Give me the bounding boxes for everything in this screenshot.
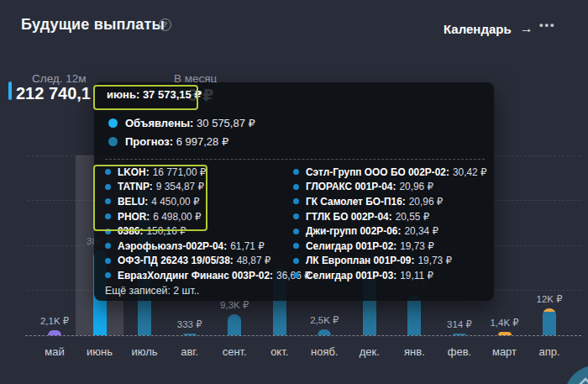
item-value: 6 498,00 ₽ [153,211,201,223]
month-label-сент.: сент. [212,345,257,358]
item-name: ГК Самолет БО-П16: [306,196,406,208]
item-value: 48,87 ₽ [237,255,271,266]
item-bullet-icon [105,198,111,204]
item-name: ОФЗ-ПД 26243 19/05/38: [118,255,234,266]
month-label-нояб.: нояб. [302,345,347,358]
month-label-март: март [482,345,528,358]
item-value: 20,96 ₽ [399,181,433,192]
tooltip-item: TATNP:9 354,87 ₽ [105,180,293,195]
item-name: Аэрофьюэлз-002Р-04: [118,240,227,252]
item-value: 20,55 ₽ [396,211,430,223]
item-bullet-icon [105,229,111,234]
item-bullet-icon [293,229,299,234]
bar-сент.[interactable] [228,314,241,335]
item-name: Сэтл-Групп ООО БО 002Р-02: [306,166,449,178]
bar-value-label: 314 ₽ [434,318,485,330]
announced-bullet-icon [108,118,118,128]
tooltip-item: ГЛОРАКС 001Р-04:20,96 ₽ [293,180,488,195]
bar-янв.[interactable] [407,295,421,335]
bar-нояб.[interactable] [318,329,331,335]
item-bullet-icon [293,272,299,278]
item-value: 16 771,00 ₽ [153,166,207,178]
item-value: 19,11 ₽ [400,270,433,281]
item-bullet-icon [105,258,111,264]
tooltip-items-right: Сэтл-Групп ООО БО 002Р-02:30,42 ₽ГЛОРАКС… [293,165,488,283]
tooltip-item: ГК Самолет БО-П16:20,96 ₽ [293,194,488,209]
tooltip-item: PHOR:6 498,00 ₽ [105,209,293,224]
item-name: PHOR: [118,211,150,223]
item-bullet-icon [105,272,111,278]
item-bullet-icon [293,169,299,175]
item-name: ЕвразХолдинг Финанс 003Р-02: [118,270,273,281]
item-name: Селигдар 001Р-02: [306,240,396,252]
bar-авг.[interactable] [183,334,197,335]
tooltip-more-records: Ещё записей: 2 шт.. [105,285,200,297]
item-bullet-icon [105,184,111,190]
tooltip-item: Селигдар 001Р-02:19,73 ₽ [293,239,488,254]
item-bullet-icon [293,184,299,190]
item-value: 4 450,00 ₽ [151,196,199,208]
bar-value-label: 12K ₽ [524,293,575,305]
month-label-фев.: фев. [437,345,482,358]
more-menu-icon[interactable]: ••• [539,18,556,31]
forecast-label: Прогноз: [125,135,173,148]
item-value: 150,16 ₽ [146,225,186,237]
bar-май[interactable] [48,330,61,335]
item-bullet-icon [105,243,111,249]
tooltip-item: ЕвразХолдинг Финанс 003Р-02:36,66 ₽ [105,268,293,283]
item-name: ГТЛК БО 002Р-04: [306,211,392,223]
item-bullet-icon [293,198,299,204]
tooltip-separator [105,159,485,160]
tooltip-item: LKOH:16 771,00 ₽ [105,165,293,180]
forecast-bullet-icon [108,137,118,146]
item-name: Селигдар 001Р-03: [306,270,396,281]
tooltip-item: 0386:150,16 ₽ [105,224,293,239]
month-label-май: май [32,345,77,358]
bar-value-label: 9,3K ₽ [209,299,260,311]
item-value: 9 354,87 ₽ [156,181,204,192]
arrow-right-icon: → [520,21,533,36]
item-bullet-icon [105,169,111,175]
calendar-button[interactable]: Календарь → [444,21,533,36]
announced-value: 30 575,87 ₽ [197,117,255,129]
item-value: 19,73 ₽ [400,240,434,252]
tooltip-item: Селигдар 001Р-03:19,11 ₽ [293,268,488,283]
bar-value-label: 2,1K ₽ [29,315,80,327]
bar-апр.[interactable] [543,308,556,335]
bar-value-label: 1,4K ₽ [480,317,530,329]
month-label-июль: июль [122,345,167,358]
bar-март[interactable] [498,332,512,335]
metric-next12m-label: След. 12м [32,72,87,85]
item-value: 20,96 ₽ [409,196,444,208]
metric-permonth-value-ghost: 3 ₽ [188,85,214,105]
metric-accent-bar [8,82,12,100]
tooltip-item: ОФЗ-ПД 26243 19/05/38:48,87 ₽ [105,254,293,269]
tooltip-forecast-row: Прогноз: 6 997,28 ₽ [108,135,228,148]
announced-label: Объявлены: [125,117,193,129]
bar-forecast-cap [543,308,556,312]
item-name: Джи-групп 002Р-06: [306,225,401,237]
item-bullet-icon [105,213,111,219]
item-name: TATNP: [118,181,153,192]
x-axis-baseline [25,335,581,336]
help-icon[interactable]: ? [159,18,171,31]
month-label-июнь: июнь [77,345,123,358]
bar-value-label: 2,5K ₽ [299,314,349,326]
tooltip-item: BELU:4 450,00 ₽ [105,194,293,209]
item-value: 30,42 ₽ [453,166,487,178]
item-name: 0386: [118,225,143,237]
bar-фев.[interactable] [453,334,466,335]
item-bullet-icon [293,213,299,219]
item-bullet-icon [293,258,299,264]
item-value: 19,73 ₽ [417,255,452,266]
item-name: BELU: [118,196,148,208]
item-name: LKOH: [118,166,150,178]
forecast-value: 6 997,28 ₽ [176,135,229,148]
tooltip-item: Джи-групп 002Р-06:20,34 ₽ [293,224,488,239]
tooltip-announced-row: Объявлены: 30 575,87 ₽ [108,117,255,129]
month-label-апр.: апр. [527,345,572,358]
item-bullet-icon [293,243,299,249]
item-value: 61,71 ₽ [230,240,265,252]
chevron-up-icon [576,376,588,384]
month-label-дек.: дек. [347,345,392,358]
